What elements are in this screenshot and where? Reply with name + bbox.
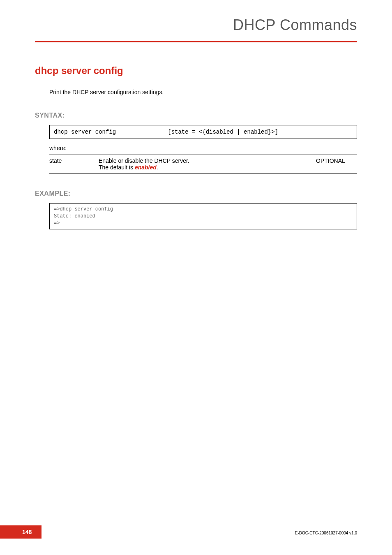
example-box: =>dhcp server config State: enabled => (49, 203, 357, 229)
page-number-badge: 148 (0, 525, 42, 539)
page: DHCP Commands dhcp server config Print t… (0, 0, 392, 555)
param-desc: Enable or disable the DHCP server. The d… (99, 155, 316, 173)
table-row: state Enable or disable the DHCP server.… (49, 155, 357, 173)
where-label: where: (49, 145, 357, 151)
param-desc-default-value: enabled (135, 164, 157, 171)
chapter-title: DHCP Commands (35, 16, 357, 34)
syntax-label: SYNTAX: (35, 112, 357, 119)
param-table: state Enable or disable the DHCP server.… (49, 155, 357, 173)
example-label: EXAMPLE: (35, 190, 357, 197)
param-desc-suffix: . (157, 164, 158, 171)
param-req: OPTIONAL (316, 155, 357, 173)
section-title: dhcp server config (35, 65, 357, 76)
section-intro: Print the DHCP server configuration sett… (49, 89, 357, 95)
syntax-box: dhcp server config [state = <{disabled |… (49, 125, 357, 139)
param-desc-default-prefix: The default is (99, 164, 135, 171)
doc-id: E-DOC-CTC-20061027-0004 v1.0 (295, 531, 357, 535)
param-name: state (49, 155, 99, 173)
param-desc-line1: Enable or disable the DHCP server. (99, 157, 189, 164)
header-divider (35, 41, 357, 42)
